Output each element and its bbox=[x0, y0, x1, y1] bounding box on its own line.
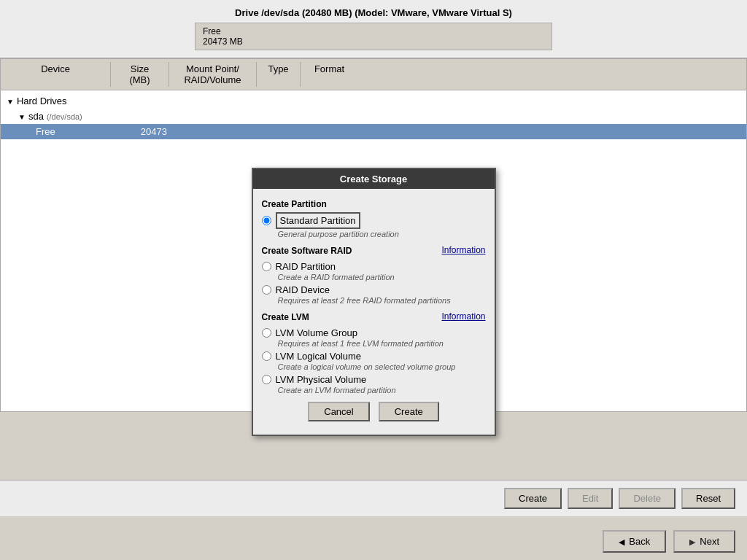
create-storage-dialog: Create Storage Create Partition Standard… bbox=[252, 168, 496, 436]
col-format-header: Format bbox=[300, 62, 358, 87]
sda-row[interactable]: sda (/dev/sda) bbox=[1, 109, 746, 124]
col-mount-header: Mount Point/RAID/Volume bbox=[169, 62, 256, 87]
back-button-label: Back bbox=[629, 536, 650, 547]
bottom-toolbar: Create Edit Delete Reset bbox=[0, 480, 747, 516]
free-row[interactable]: Free 20473 bbox=[1, 124, 746, 139]
hard-drives-label: Hard Drives bbox=[17, 96, 67, 106]
create-lvm-section: Create LVM Information bbox=[262, 308, 486, 325]
standard-partition-desc: General purpose partition creation bbox=[278, 230, 486, 238]
lvm-volume-group-label: LVM Volume Group bbox=[276, 327, 357, 338]
raid-device-label: RAID Device bbox=[276, 284, 330, 295]
table-header: Device Size(MB) Mount Point/RAID/Volume … bbox=[1, 59, 746, 90]
next-button[interactable]: Next bbox=[673, 530, 735, 553]
reset-toolbar-button[interactable]: Reset bbox=[681, 488, 735, 509]
raid-partition-radio[interactable] bbox=[262, 262, 271, 271]
raid-device-option[interactable]: RAID Device bbox=[262, 284, 486, 295]
col-size-header: Size(MB) bbox=[110, 62, 169, 87]
standard-partition-radio[interactable] bbox=[262, 216, 271, 225]
raid-partition-desc: Create a RAID formated partition bbox=[278, 273, 486, 281]
create-partition-label: Create Partition bbox=[262, 199, 486, 209]
software-raid-info-link[interactable]: Information bbox=[441, 245, 485, 255]
cancel-button[interactable]: Cancel bbox=[308, 402, 369, 421]
delete-toolbar-button[interactable]: Delete bbox=[619, 488, 676, 509]
back-button[interactable]: Back bbox=[603, 530, 666, 553]
create-software-raid-section: Create Software RAID Information bbox=[262, 241, 486, 259]
edit-toolbar-button[interactable]: Edit bbox=[568, 488, 613, 509]
lvm-volume-group-desc: Requires at least 1 free LVM formated pa… bbox=[278, 339, 486, 348]
drive-info-section: Drive /dev/sda (20480 MB) (Model: VMware… bbox=[0, 0, 747, 58]
expand-hard-drives-icon bbox=[7, 96, 17, 106]
lvm-logical-volume-desc: Create a logical volume on selected volu… bbox=[278, 362, 486, 371]
nav-row: Back Next bbox=[0, 523, 747, 560]
raid-device-desc: Requires at least 2 free RAID formated p… bbox=[278, 296, 486, 305]
standard-partition-box: Standard Partition bbox=[276, 212, 360, 229]
raid-partition-option[interactable]: RAID Partition bbox=[262, 261, 486, 272]
next-arrow-icon bbox=[689, 536, 695, 547]
lvm-info-link[interactable]: Information bbox=[441, 311, 485, 322]
free-label: Free bbox=[203, 26, 544, 36]
sda-subtext: (/dev/sda) bbox=[47, 112, 82, 121]
dialog-title: Create Storage bbox=[253, 169, 495, 189]
free-row-size: 20473 bbox=[123, 126, 182, 137]
hard-drives-row[interactable]: Hard Drives bbox=[1, 93, 746, 109]
free-row-label: Free bbox=[36, 126, 123, 137]
drive-free-box: Free 20473 MB bbox=[195, 23, 552, 50]
lvm-volume-group-option[interactable]: LVM Volume Group bbox=[262, 327, 486, 338]
col-type-header: Type bbox=[256, 62, 300, 87]
standard-partition-option[interactable]: Standard Partition bbox=[262, 212, 486, 229]
raid-partition-label: RAID Partition bbox=[276, 261, 336, 272]
lvm-logical-volume-option[interactable]: LVM Logical Volume bbox=[262, 351, 486, 362]
lvm-volume-group-radio[interactable] bbox=[262, 328, 271, 338]
lvm-physical-volume-desc: Create an LVM formated partition bbox=[278, 386, 486, 394]
lvm-logical-volume-radio[interactable] bbox=[262, 351, 271, 361]
sda-label: sda bbox=[28, 111, 44, 122]
lvm-physical-volume-label: LVM Physical Volume bbox=[276, 374, 367, 385]
col-device-header: Device bbox=[1, 62, 110, 87]
drive-title: Drive /dev/sda (20480 MB) (Model: VMware… bbox=[7, 7, 740, 18]
standard-partition-option-label: Standard Partition bbox=[276, 212, 360, 229]
lvm-physical-volume-option[interactable]: LVM Physical Volume bbox=[262, 374, 486, 385]
create-toolbar-button[interactable]: Create bbox=[504, 488, 562, 509]
dialog-body: Create Partition Standard Partition Gene… bbox=[253, 189, 495, 435]
free-size: 20473 MB bbox=[203, 36, 544, 47]
dialog-create-button[interactable]: Create bbox=[379, 402, 439, 421]
create-software-raid-label: Create Software RAID bbox=[262, 246, 352, 256]
lvm-logical-volume-label: LVM Logical Volume bbox=[276, 351, 362, 362]
dialog-buttons: Cancel Create bbox=[262, 402, 486, 421]
lvm-physical-volume-radio[interactable] bbox=[262, 375, 271, 384]
raid-device-radio[interactable] bbox=[262, 285, 271, 295]
next-button-label: Next bbox=[700, 536, 719, 547]
create-lvm-label: Create LVM bbox=[262, 312, 309, 322]
back-arrow-icon bbox=[619, 536, 624, 547]
expand-sda-icon bbox=[18, 111, 28, 122]
